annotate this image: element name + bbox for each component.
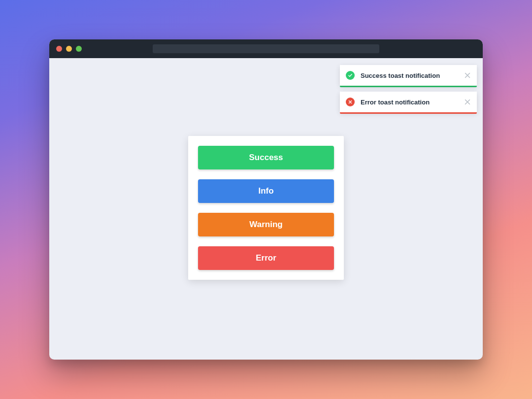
toast-error: Error toast notification xyxy=(340,92,477,112)
address-bar-placeholder xyxy=(153,44,379,53)
check-circle-icon xyxy=(346,71,355,80)
warning-button[interactable]: Warning xyxy=(198,213,334,236)
toast-error-text: Error toast notification xyxy=(361,99,458,106)
error-button[interactable]: Error xyxy=(198,246,334,270)
success-button[interactable]: Success xyxy=(198,146,334,169)
app-window: Success toast notification Error toast n… xyxy=(49,39,483,360)
info-button[interactable]: Info xyxy=(198,179,334,203)
toast-success-text: Success toast notification xyxy=(361,72,458,79)
close-window-button[interactable] xyxy=(56,46,62,52)
content-area: Success toast notification Error toast n… xyxy=(49,58,483,360)
x-circle-icon xyxy=(346,98,355,106)
titlebar xyxy=(49,39,483,58)
traffic-lights xyxy=(56,46,82,52)
close-icon[interactable] xyxy=(464,72,471,79)
toast-success: Success toast notification xyxy=(340,65,477,86)
button-card: Success Info Warning Error xyxy=(188,136,344,280)
maximize-window-button[interactable] xyxy=(76,46,82,52)
minimize-window-button[interactable] xyxy=(66,46,72,52)
toast-container: Success toast notification Error toast n… xyxy=(340,65,477,112)
close-icon[interactable] xyxy=(464,99,471,105)
